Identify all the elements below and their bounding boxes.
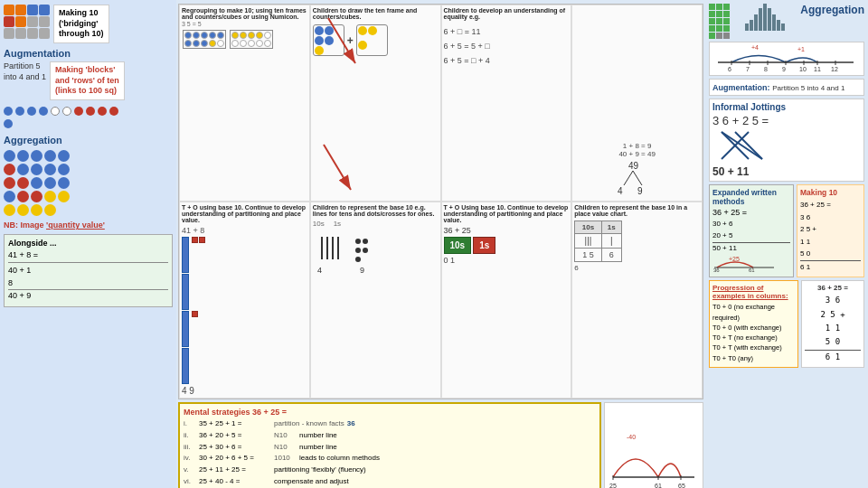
cell8-number: 6: [574, 264, 578, 272]
svg-line-47: [722, 132, 762, 159]
bar-numbers: 1 + 8 = 9 40 + 9 = 49: [618, 142, 655, 158]
cell8-title: Children to represent the base 10 in a p…: [574, 204, 700, 217]
grid-cell-2: Children to draw the ten frame and count…: [310, 5, 441, 202]
cell7-title: T + O Using base 10. Continue to develop…: [444, 204, 570, 223]
cell5-subtitle: 41 + 8: [182, 226, 204, 235]
bar-visual: 1 + 8 = 9 40 + 9 = 49 49 4 9: [574, 142, 700, 199]
dots-row-2: [4, 119, 173, 128]
left-column: Making 10 ('bridging' through 10) Augmen…: [0, 0, 176, 488]
svg-text:7: 7: [746, 66, 750, 71]
blocks-line2: and 'rows' of ten: [55, 76, 119, 87]
bottom-area: Mental strategies 36 + 25 = i. 35 + 25 +…: [178, 402, 703, 488]
dot-red-1: [74, 107, 83, 116]
tens-label: 10s: [444, 237, 472, 254]
green-chart: [709, 4, 730, 39]
grid-cell-1: Regrouping to make 10; using ten frames …: [179, 5, 310, 202]
progression-items: T0 + 0 (no exchange required) T0 + 0 (wi…: [712, 302, 795, 363]
informal-title: Informal Jottings: [712, 102, 861, 112]
ten-frames-visual: [182, 29, 274, 50]
top-left-section: Making 10 ('bridging' through 10): [4, 5, 173, 43]
svg-line-46: [735, 132, 762, 159]
dot-red-3: [98, 107, 107, 116]
square-10: [15, 28, 26, 39]
cell7-result: 0 1: [444, 256, 456, 265]
cell5-title: T + O using base 10. Continue to develop…: [182, 204, 307, 223]
right-nl-svg: 6 7 8 9 10 11 12 +4 +1: [713, 44, 858, 71]
right-number-line: 6 7 8 9 10 11 12 +4 +1: [709, 42, 864, 76]
waveform-chart: [745, 4, 785, 31]
strategy-iii: iii. 25 + 30 + 6 = N10 number line: [184, 442, 596, 454]
center-column: Regrouping to make 10; using ten frames …: [176, 0, 705, 488]
partition-label: Partition 5 into 4 and 1: [4, 61, 46, 82]
lines-dots-svg: 4 9: [313, 228, 376, 273]
grid-cell-3: Children to develop an understanding of …: [441, 5, 572, 202]
progression-section: Progression of examples in columns: T0 +…: [709, 280, 798, 367]
cell2-title: Children to draw the ten frame and count…: [313, 7, 439, 20]
svg-text:+1: +1: [797, 46, 805, 52]
alongside-calc: 41 + 8 =: [8, 250, 168, 259]
alongside-line2: 8: [8, 277, 168, 290]
cell6-title: Children to represent the base 10 e.g. l…: [313, 204, 439, 217]
square-3: [27, 5, 38, 15]
strategy-v: v. 25 + 11 + 25 = partitioning 'flexibly…: [184, 465, 596, 476]
bottom-nl-svg: 25 61 65 -40: [609, 423, 699, 489]
equality-eqs: 6 + □ = 11 6 + 5 = 5 + □ 6 + 5 = □ + 4: [444, 24, 490, 69]
blocks-box: Making 'blocks' and 'rows' of ten (links…: [50, 61, 125, 100]
drawn-frame-1: [313, 24, 344, 56]
drawn-frame-2: [356, 24, 388, 56]
big-dots-grid: [4, 150, 76, 216]
right-aggregation-header: Aggregation: [709, 4, 864, 39]
bridging-box: Making 10 ('bridging' through 10): [53, 5, 109, 43]
alongside-section: Alongside ... 41 + 8 = 40 + 1 8 40 + 9: [4, 234, 173, 307]
svg-text:-40: -40: [627, 434, 636, 440]
aug-right-label: Augmentation:: [712, 83, 770, 92]
bridging-title: Making 10: [59, 8, 104, 19]
eq2: 6 + 5 = 5 + □: [444, 39, 490, 53]
dot-blue-4: [39, 107, 48, 116]
dot-b1: [4, 119, 13, 128]
pv-tens: |||: [575, 234, 602, 249]
strategy-vi: vi. 25 + 40 - 4 = compensate and adjust: [184, 476, 596, 488]
svg-line-2: [633, 171, 642, 185]
nb-quantity: 'quantity value': [46, 221, 105, 230]
svg-text:8: 8: [764, 66, 768, 71]
square-6: [15, 16, 26, 27]
column-method-section: 36 + 25 = 3 6 2 5 + 1 1 5 0 6 1: [801, 280, 864, 367]
svg-text:65: 65: [678, 483, 685, 489]
grid-cell-4: 1 + 8 = 9 40 + 9 = 49 49 4 9: [571, 5, 703, 202]
alongside-result: 40 + 9: [8, 289, 168, 303]
aggregation-right-label: Aggregation: [800, 4, 864, 16]
square-8: [39, 16, 50, 27]
bridging-subtitle: ('bridging': [59, 19, 104, 30]
dots-row-1: [4, 107, 173, 116]
svg-text:10: 10: [799, 66, 807, 71]
pv-ones: |: [601, 234, 621, 249]
base10-large: 10s 1s: [444, 237, 496, 254]
ten-frame-1: [183, 30, 226, 49]
eq1: 6 + □ = 11: [444, 24, 490, 39]
informal-jottings-section: Informal Jottings 3 6 + 2 5 = 50 + 11: [709, 99, 864, 182]
svg-text:9: 9: [360, 266, 364, 273]
svg-text:9: 9: [782, 66, 786, 71]
blocks-line1: Making 'blocks': [55, 65, 119, 76]
alongside-line1: 40 + 1: [8, 265, 168, 277]
expanded-label: Expanded written methods: [712, 188, 790, 206]
dot-blue-3: [27, 107, 36, 116]
svg-point-9: [355, 239, 361, 244]
big-dots-section: [4, 150, 173, 216]
cell1-title: Regrouping to make 10; using ten frames …: [182, 7, 307, 20]
square-1: [4, 5, 14, 15]
aggregation-label: Aggregation: [4, 135, 173, 145]
ten-frame-2: [230, 30, 273, 49]
expanded-arc: +25 36 61: [712, 254, 776, 272]
bottom-number-line: 25 61 65 -40: [604, 402, 703, 488]
mental-strategies: Mental strategies 36 + 25 = i. 35 + 25 +…: [178, 402, 601, 488]
square-9: [4, 28, 14, 39]
svg-text:36: 36: [713, 267, 720, 272]
jottings-svg: [712, 127, 776, 164]
main-grid: Regrouping to make 10; using ten frames …: [178, 4, 703, 399]
cell5-result: 4 9: [182, 386, 194, 396]
nb-label: NB: Image 'quantity value': [4, 221, 173, 230]
cell7-subtitle: 36 + 25: [444, 226, 471, 235]
grid-cell-8: Children to represent the base 10 in a p…: [571, 202, 703, 399]
